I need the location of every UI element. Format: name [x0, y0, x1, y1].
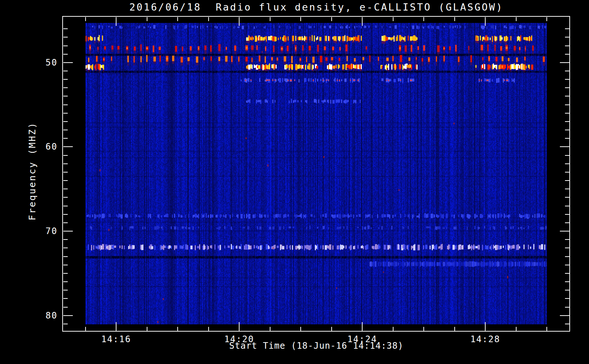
y-tick-label: 60 — [28, 141, 58, 152]
x-axis-tick-bottom — [85, 327, 86, 331]
y-axis-tick-right — [565, 239, 569, 240]
y-axis-tick-left — [63, 281, 68, 282]
y-axis-tick-left — [63, 265, 68, 265]
x-axis-tick-top — [516, 17, 517, 21]
y-axis-tick-right — [565, 265, 569, 265]
y-axis-tick-left — [63, 71, 68, 71]
x-axis-tick-bottom — [454, 327, 455, 331]
x-axis-tick-bottom — [485, 322, 486, 331]
x-axis-tick-top — [147, 17, 147, 21]
y-axis-tick-right — [565, 281, 569, 282]
x-axis-tick-top — [423, 17, 424, 21]
x-axis-tick-top — [362, 17, 363, 26]
y-axis-tick-right — [565, 324, 569, 324]
y-axis-tick-right — [565, 96, 569, 96]
y-axis-tick-left — [63, 130, 68, 130]
y-axis-tick-right — [565, 307, 569, 308]
chart-title: 2016/06/18 Radio flux density, e-CALLIST… — [63, 1, 570, 13]
spectrogram-page: 2016/06/18 Radio flux density, e-CALLIST… — [0, 0, 589, 364]
x-axis-tick-bottom — [270, 327, 270, 331]
y-axis-tick-left — [63, 96, 68, 96]
y-axis-tick-left — [63, 113, 68, 114]
x-axis-tick-bottom — [147, 327, 147, 331]
x-axis-tick-top — [208, 17, 209, 21]
x-axis-tick-top — [270, 17, 270, 21]
y-axis-tick-left — [63, 315, 73, 316]
y-axis-tick-left — [63, 239, 68, 240]
y-axis-tick-left — [63, 79, 68, 80]
y-axis-tick-right — [565, 130, 569, 130]
y-axis-tick-left — [63, 28, 68, 29]
y-axis-title: Frequency (MHZ) — [27, 122, 37, 221]
y-axis-tick-right — [565, 87, 569, 88]
x-axis-tick-top — [300, 17, 301, 21]
y-axis-tick-left — [63, 324, 68, 324]
y-axis-tick-left — [63, 222, 68, 223]
y-axis-tick-left — [63, 256, 68, 257]
y-axis-tick-left — [63, 146, 73, 147]
y-axis-tick-left — [63, 214, 68, 215]
x-axis-tick-top — [85, 17, 86, 21]
y-axis-tick-right — [565, 206, 569, 206]
y-axis-tick-right — [565, 180, 569, 181]
y-tick-label: 70 — [28, 226, 58, 237]
y-axis-tick-right — [565, 248, 569, 248]
x-axis-tick-bottom — [331, 327, 332, 331]
x-axis-title: Start Time (18-Jun-16 14:14:38) — [63, 341, 570, 351]
y-axis-tick-right — [565, 155, 569, 156]
y-axis-tick-right — [565, 71, 569, 71]
y-axis-tick-right — [565, 104, 569, 105]
y-axis-tick-right — [565, 189, 569, 189]
y-axis-tick-right — [560, 231, 569, 232]
x-axis-tick-bottom — [239, 322, 240, 331]
x-axis-tick-bottom — [300, 327, 301, 331]
y-axis-tick-right — [565, 197, 569, 198]
x-axis-tick-top — [331, 17, 332, 21]
y-axis-tick-right — [565, 298, 569, 299]
y-axis-tick-right — [565, 28, 569, 29]
y-axis-tick-left — [63, 231, 73, 232]
y-axis-tick-right — [565, 113, 569, 114]
y-axis-tick-right — [565, 79, 569, 80]
y-tick-label: 50 — [28, 57, 58, 68]
y-axis-tick-right — [565, 172, 569, 173]
y-axis-tick-left — [63, 290, 68, 290]
y-axis-tick-left — [63, 54, 68, 55]
y-axis-tick-right — [565, 290, 569, 290]
y-axis-tick-right — [560, 146, 569, 147]
y-axis-tick-right — [565, 163, 569, 164]
y-axis-tick-left — [63, 298, 68, 299]
x-axis-tick-bottom — [177, 327, 178, 331]
y-axis-tick-right — [565, 222, 569, 223]
y-axis-tick-left — [63, 155, 68, 156]
y-axis-tick-right — [560, 62, 569, 63]
x-axis-tick-top — [485, 17, 486, 26]
x-axis-tick-top — [177, 17, 178, 21]
y-axis-tick-left — [63, 62, 73, 63]
x-axis-tick-top — [239, 17, 240, 26]
y-axis-tick-left — [63, 273, 68, 274]
x-axis-tick-bottom — [546, 327, 547, 331]
x-axis-tick-top — [454, 17, 455, 21]
x-axis-tick-top — [546, 17, 547, 21]
y-axis-tick-right — [565, 121, 569, 122]
y-axis-tick-right — [565, 46, 569, 46]
y-axis-tick-left — [63, 104, 68, 105]
y-axis-tick-right — [565, 37, 569, 37]
y-axis-tick-left — [63, 163, 68, 164]
y-axis-tick-right — [565, 138, 569, 139]
y-axis-tick-left — [63, 46, 68, 46]
x-axis-tick-bottom — [362, 322, 363, 331]
x-axis-tick-bottom — [393, 327, 394, 331]
y-axis-tick-right — [565, 54, 569, 55]
y-axis-tick-left — [63, 206, 68, 206]
y-axis-tick-left — [63, 180, 68, 181]
y-axis-tick-left — [63, 121, 68, 122]
y-axis-tick-left — [63, 138, 68, 139]
y-axis-tick-right — [560, 315, 569, 316]
x-axis-tick-bottom — [116, 322, 116, 331]
y-axis-tick-right — [565, 214, 569, 215]
y-tick-label: 80 — [28, 310, 58, 321]
y-axis-tick-left — [63, 248, 68, 248]
y-axis-tick-left — [63, 197, 68, 198]
